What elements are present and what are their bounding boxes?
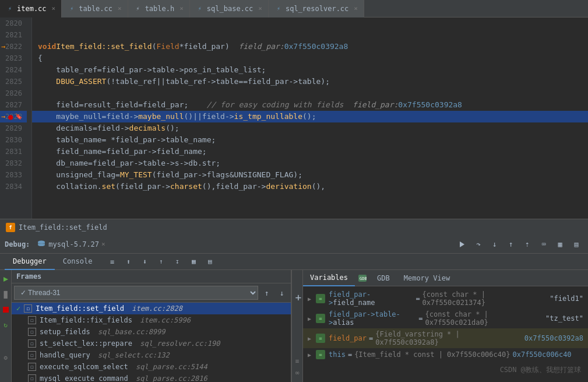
tab-close-table-cc[interactable]: × xyxy=(118,5,122,12)
left-icon-restart[interactable]: ↻ xyxy=(1,320,10,330)
var-tab-variables[interactable]: Variables xyxy=(303,270,355,286)
debug-grid-btn[interactable]: ▦ xyxy=(186,255,200,269)
frames-panel: Frames ✓ Thread-31 ↑ ↓ ✓ ☐ Item_field::s… xyxy=(12,270,291,382)
tab-sql-resolver-cc[interactable]: ⚡ sql_resolver.cc × xyxy=(269,0,364,17)
tab-label-sql-resolver-cc: sql_resolver.cc xyxy=(286,5,348,13)
debug-session-close[interactable]: × xyxy=(101,240,105,248)
var-addr-3: 0x7f550c006c40 xyxy=(512,351,571,359)
left-icon-settings[interactable]: ⚙ xyxy=(1,353,10,362)
token-tableref: table_ref xyxy=(56,64,97,76)
token-fp4: field_par xyxy=(143,99,184,111)
debug-btn-step-out[interactable]: ↑ xyxy=(504,237,518,251)
code-line-2823: { xyxy=(32,52,588,64)
token-p10: ( xyxy=(115,181,120,192)
token-fp8: field_par xyxy=(157,169,198,181)
token-a9: -> xyxy=(147,146,157,157)
frame-name-2: setup_fields xyxy=(40,328,90,336)
tab-item-cc[interactable]: ⚡ item.cc × xyxy=(0,0,62,17)
code-lines: void Item_field::set_field ( Field * fie… xyxy=(32,17,588,219)
debug-btn-resume[interactable] xyxy=(455,237,469,251)
token-a11: -> xyxy=(166,157,175,169)
token-p12: () xyxy=(312,181,321,192)
tab-table-h[interactable]: ⚡ table.h × xyxy=(128,0,190,17)
debug-up-btn[interactable]: ⬆ xyxy=(121,255,135,269)
token-p3: (! xyxy=(106,76,115,87)
debug-stepup-btn[interactable]: ↑ xyxy=(154,255,168,269)
debug-list-btn[interactable]: ≡ xyxy=(105,255,119,269)
tab-table-cc[interactable]: ⚡ table.cc × xyxy=(62,0,128,17)
debug-btn-step-over[interactable]: ↷ xyxy=(471,237,485,251)
token-fp9: field_par xyxy=(120,181,161,192)
var-expand-2[interactable]: ▶ xyxy=(308,335,316,342)
code-editor: 2820 2821 → 2822 2823 2824 2825 2826 282… xyxy=(0,17,588,219)
token-field: Field xyxy=(157,41,179,52)
tab-console[interactable]: Console xyxy=(55,254,101,270)
frame-item-3[interactable]: ☐ st_select_lex::prepare sql_resolver.cc… xyxy=(12,338,291,349)
token-dot1: . xyxy=(97,181,102,192)
var-expand-1[interactable]: ▶ xyxy=(308,316,316,322)
var-item-1[interactable]: ▶ = field_par->table->alias = {const cha… xyxy=(303,309,588,328)
var-item-0[interactable]: ▶ = field_par->field_name = {const char … xyxy=(303,289,588,309)
token-tname: table_name xyxy=(56,134,101,146)
debug-btn-settings[interactable]: ▤ xyxy=(569,237,583,251)
gutter-2826: 2826 xyxy=(0,87,27,99)
tab-close-sql-resolver[interactable]: × xyxy=(354,5,358,12)
left-icon-resume[interactable] xyxy=(1,275,10,284)
debug-btn-memory[interactable]: ▦ xyxy=(553,237,567,251)
token-eq: = xyxy=(97,64,102,76)
var-tab-gdb[interactable]: GDB xyxy=(370,270,397,286)
debug-btn-run-cursor[interactable]: ⇡ xyxy=(520,237,534,251)
frame-down-btn[interactable]: ↓ xyxy=(276,286,288,299)
scroll-list-btn1[interactable]: ≡ xyxy=(293,356,302,366)
frame-up-btn[interactable]: ↑ xyxy=(260,286,273,299)
token-p4: ) xyxy=(321,76,325,87)
frame-item-1[interactable]: ☐ Item_field::fix_fields item.cc:5996 xyxy=(12,314,291,326)
token-fp10: field_par xyxy=(216,181,256,192)
token-dec1: decimals xyxy=(56,122,93,134)
debug-filter-btn[interactable]: ↧ xyxy=(170,255,184,269)
left-icon-pause[interactable]: ▐▌ xyxy=(1,290,10,299)
debug-arrow-2822: → xyxy=(1,41,5,52)
token-s4: ; xyxy=(312,111,316,122)
token-mytest: MY_TEST xyxy=(120,169,152,181)
debug-session-info: mysql-5.7.27 × xyxy=(37,240,105,249)
code-line-2833: unsigned_flag = MY_TEST ( field_par -> f… xyxy=(32,169,588,181)
token-s6: ; xyxy=(211,134,216,146)
tab-sql-base-cc[interactable]: ⚡ sql_base.cc × xyxy=(190,0,269,17)
debug-btn-step-into[interactable]: ↓ xyxy=(488,237,502,251)
left-icon-stop[interactable] xyxy=(1,305,10,314)
token-brace: { xyxy=(38,52,43,64)
var-tab-memory[interactable]: Memory View xyxy=(397,270,457,286)
token-eqeq: == xyxy=(238,76,248,87)
debug-down-btn[interactable]: ⬇ xyxy=(138,255,152,269)
code-line-2830: table_name = * field_par -> table_name ; xyxy=(32,134,588,146)
code-line-2834: collation . set ( field_par -> charset (… xyxy=(32,181,588,192)
var-item-3[interactable]: ▶ = this = {Item_field * const | 0x7f550… xyxy=(303,348,588,361)
frame-item-4[interactable]: ☐ handle_query sql_select.cc:132 xyxy=(12,349,291,361)
thread-select[interactable]: ✓ Thread-31 xyxy=(14,286,258,300)
var-icon-3: = xyxy=(316,350,325,359)
token-flags: flags xyxy=(207,169,230,181)
frame-item-2[interactable]: ☐ setup_fields sql_base.cc:8999 xyxy=(12,326,291,338)
tab-debugger[interactable]: Debugger xyxy=(5,254,55,270)
frame-file-2: sql_base.cc:8999 xyxy=(94,328,166,336)
var-item-2[interactable]: ▶ = field_par = {Field_varstring * | 0x7… xyxy=(303,328,588,348)
debug-table-btn[interactable]: ▤ xyxy=(203,255,217,269)
token-comment1: // for easy coding with fields xyxy=(188,99,353,111)
scroll-list-btn2[interactable]: ∞ xyxy=(293,368,302,377)
frame-item-6[interactable]: ☐ mysql_execute_command sql_parse.cc:281… xyxy=(12,373,291,382)
add-watch-btn[interactable]: + xyxy=(293,291,304,303)
frame-item-5[interactable]: ☐ execute_sqlcom_select sql_parse.cc:514… xyxy=(12,361,291,373)
tab-close-item-cc[interactable]: × xyxy=(52,5,56,12)
token-p6: () xyxy=(302,111,312,122)
debug-btn-eval[interactable]: ⌨ xyxy=(537,237,551,251)
tab-close-table-h[interactable]: × xyxy=(179,5,184,12)
frame-item-0[interactable]: ✓ ☐ Item_field::set_field item.cc:2828 xyxy=(12,303,291,314)
tab-close-sql-base[interactable]: × xyxy=(258,5,262,12)
var-expand-0[interactable]: ▶ xyxy=(308,296,316,302)
var-str-0: "field1" xyxy=(550,295,583,303)
frame-name-5: execute_sqlcom_select xyxy=(40,363,128,371)
token-p7: () xyxy=(166,122,175,134)
token-field2: field xyxy=(106,111,129,122)
var-expand-3[interactable]: ▶ xyxy=(308,352,316,358)
